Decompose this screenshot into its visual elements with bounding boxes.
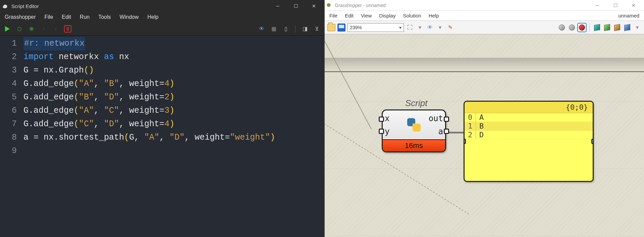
stop-button[interactable]	[63, 24, 72, 34]
menu-run[interactable]: Run	[78, 13, 91, 21]
panel-row[interactable]: 0A	[465, 113, 593, 122]
menu-edit[interactable]: Edit	[60, 13, 72, 21]
canvas-band	[325, 58, 644, 71]
zoom-value: 239%	[350, 25, 362, 30]
svg-point-2	[327, 3, 330, 7]
output-port-out[interactable]	[444, 116, 449, 122]
data-panel[interactable]: {0;0} 0A1B2D	[464, 101, 594, 182]
canvas-line	[325, 71, 644, 72]
save-file-button[interactable]	[337, 23, 345, 32]
panel-path-header: {0;0}	[465, 102, 593, 113]
script-editor-titlebar[interactable]: Script Editor ─ ☐ ✕	[0, 0, 324, 12]
display-cube-blue[interactable]	[623, 23, 631, 32]
row-value: D	[476, 131, 593, 139]
shade-preview-red[interactable]	[578, 23, 586, 32]
open-file-button[interactable]	[327, 23, 335, 32]
zoom-extents-button[interactable]: ⛶	[406, 23, 414, 32]
step-in-button[interactable]: ↓	[51, 24, 60, 34]
code-line[interactable]: G = nx.Graph()	[23, 64, 324, 77]
svg-marker-0	[5, 26, 10, 32]
python-logo-icon	[406, 110, 422, 139]
panel-left-icon[interactable]: ◨	[300, 24, 310, 34]
preview-toggle-icon[interactable]: 👁	[257, 24, 266, 34]
line-number: 4	[0, 77, 17, 91]
zoom-dropdown[interactable]: 239% ▾	[347, 23, 404, 32]
panel-bottom-icon[interactable]: ⊻	[312, 24, 322, 34]
row-index: 2	[465, 131, 476, 139]
line-number: 6	[0, 104, 17, 117]
dropdown-arrow-icon[interactable]: ▾	[416, 23, 424, 32]
console-icon[interactable]: ▦	[269, 24, 278, 34]
maximize-button[interactable]: ☐	[606, 0, 625, 11]
grasshopper-titlebar[interactable]: Grasshopper - unnamed ─ ☐ ✕	[325, 0, 644, 11]
window-title: Grasshopper - unnamed	[335, 3, 386, 8]
reset-button[interactable]	[15, 24, 24, 34]
panel-output-port[interactable]	[591, 139, 594, 144]
dropdown-arrow-icon[interactable]: ▾	[436, 23, 444, 32]
grasshopper-canvas[interactable]: Script xy outa 16ms {0;0} 0A1B2	[325, 34, 644, 237]
menu-tools[interactable]: Tools	[97, 13, 112, 21]
run-button[interactable]	[3, 24, 12, 34]
code-line[interactable]: a = nx.shortest_path(G, "A", "D", weight…	[23, 131, 324, 144]
row-value: A	[476, 113, 593, 122]
menu-help[interactable]: Help	[146, 13, 160, 21]
maximize-button[interactable]: ☐	[287, 0, 305, 12]
component-outputs: outa	[422, 110, 445, 139]
menu-solution[interactable]: Solution	[403, 13, 421, 18]
line-number-gutter: 123456789	[0, 36, 23, 237]
minimize-button[interactable]: ─	[269, 0, 287, 12]
minimize-button[interactable]: ─	[588, 0, 606, 11]
canvas-guide-line	[325, 34, 372, 129]
component-runtime: 16ms	[383, 139, 445, 151]
code-line[interactable]	[23, 144, 324, 158]
menu-help[interactable]: Help	[429, 13, 439, 18]
page-icon[interactable]: ▯	[281, 24, 290, 34]
display-cube-orange[interactable]	[613, 23, 621, 32]
code-line[interactable]: G.add_edge("B", "D", weight=2)	[23, 91, 324, 104]
menu-file[interactable]: File	[329, 13, 337, 18]
python-script-component[interactable]: xy outa 16ms	[382, 109, 446, 152]
input-port-x[interactable]	[379, 116, 384, 122]
shade-preview-1[interactable]	[558, 23, 566, 32]
code-line[interactable]: G.add_edge("C", "D", weight=4)	[23, 117, 324, 131]
input-port-y[interactable]	[379, 129, 384, 134]
output-port-a[interactable]	[444, 129, 449, 134]
menu-file[interactable]: File	[43, 13, 55, 21]
step-out-button[interactable]: ↑	[39, 24, 48, 34]
code-line[interactable]: import networkx as nx	[23, 50, 324, 64]
line-number: 7	[0, 117, 17, 131]
component-label: Script	[405, 98, 427, 108]
preview-toggle-button[interactable]: 👁	[426, 23, 434, 32]
dropdown-arrow-icon[interactable]: ▾	[633, 23, 641, 32]
code-editor[interactable]: 123456789 #r: networkximport networkx as…	[0, 36, 324, 237]
breakpoint-indicator[interactable]	[27, 24, 36, 34]
code-line[interactable]: #r: networkx	[23, 37, 324, 50]
script-editor-toolbar: ↑ ↓ 👁 ▦ ▯ ◨ ⊻	[0, 22, 324, 36]
menu-view[interactable]: View	[361, 13, 372, 18]
panel-input-port[interactable]	[464, 139, 466, 144]
menu-window[interactable]: Window	[118, 13, 140, 21]
line-number: 8	[0, 131, 17, 144]
panel-row[interactable]: 2D	[465, 131, 593, 139]
menu-display[interactable]: Display	[379, 13, 395, 18]
output-label: a	[438, 127, 443, 136]
menu-edit[interactable]: Edit	[345, 13, 354, 18]
output-label: out	[429, 114, 443, 123]
line-number: 9	[0, 144, 17, 158]
panel-row[interactable]: 1B	[465, 122, 593, 131]
code-content[interactable]: #r: networkximport networkx as nxG = nx.…	[23, 36, 324, 237]
display-cube-teal[interactable]	[593, 23, 601, 32]
code-line[interactable]: G.add_edge("A", "B", weight=4)	[23, 77, 324, 91]
script-editor-menubar: GrasshopperFileEditRunToolsWindowHelp	[0, 12, 324, 22]
display-cube-green[interactable]	[603, 23, 611, 32]
sketch-tool-button[interactable]: ✎	[446, 23, 454, 32]
close-button[interactable]: ✕	[625, 0, 643, 11]
close-button[interactable]: ✕	[305, 0, 323, 12]
component-inputs: xy	[383, 110, 406, 139]
window-title: Script Editor	[11, 3, 39, 9]
row-index: 1	[465, 122, 476, 130]
shade-preview-2[interactable]	[568, 23, 576, 32]
code-line[interactable]: G.add_edge("A", "C", weight=3)	[23, 104, 324, 117]
input-label: y	[385, 127, 389, 136]
menu-grasshopper[interactable]: Grasshopper	[3, 13, 37, 21]
